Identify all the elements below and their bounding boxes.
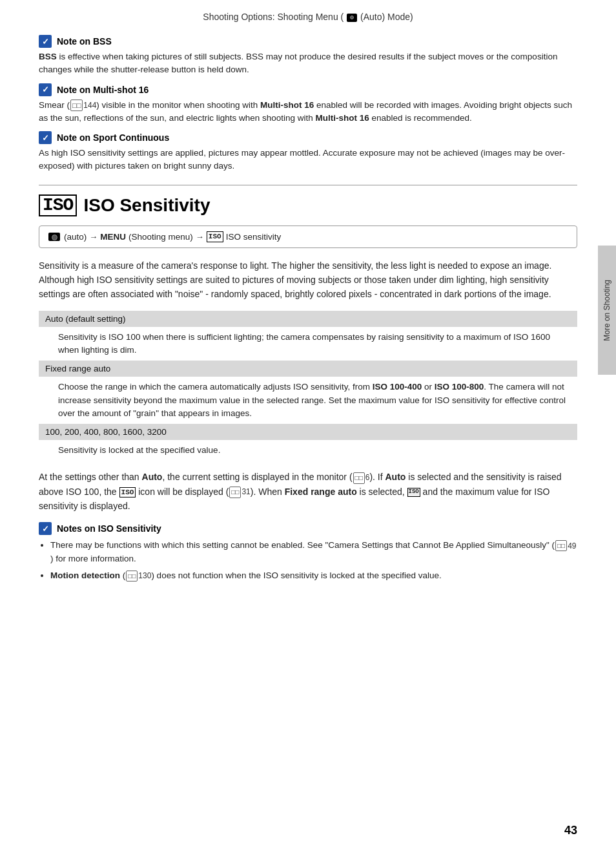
note-sport-header: Note on Sport Continuous: [39, 131, 577, 144]
note-bss-header: Note on BSS: [39, 35, 577, 48]
check-icon-sport: [39, 131, 52, 144]
setting-body-values: Sensitivity is locked at the specified v…: [39, 440, 577, 461]
check-icon-multishot: [39, 83, 52, 96]
setting-body-fixed: Choose the range in which the camera aut…: [39, 377, 577, 424]
note-bss-title: Note on BSS: [57, 36, 112, 47]
menu-path-part1: (auto): [64, 232, 87, 242]
notes-iso-title: Notes on ISO Sensitivity: [57, 523, 161, 534]
after-table-text: At the settings other than Auto, the cur…: [39, 470, 577, 513]
page-number: 43: [564, 824, 577, 837]
note-bss-body: BSS is effective when taking pictures of…: [39, 50, 577, 77]
notes-iso-list: There may be functions with which this s…: [39, 539, 577, 582]
header-title: Shooting Options: Shooting Menu ( (Auto)…: [203, 12, 413, 22]
table-row-auto-body: Sensitivity is ISO 100 when there is suf…: [39, 327, 577, 361]
note-sport-title: Note on Sport Continuous: [57, 132, 169, 143]
check-icon-iso-notes: [39, 522, 52, 535]
table-row-fixed-body: Choose the range in which the camera aut…: [39, 377, 577, 424]
note-multishot-body: Smear (□□ 144) visible in the monitor wh…: [39, 99, 577, 125]
iso-menu-label: ISO sensitivity: [226, 232, 282, 242]
iso-inline-icon: ISO: [119, 487, 136, 498]
iso-icon-large: ISO: [39, 194, 77, 217]
setting-body-auto: Sensitivity is ISO 100 when there is suf…: [39, 327, 577, 361]
list-item: There may be functions with which this s…: [50, 539, 577, 565]
settings-table: Auto (default setting) Sensitivity is IS…: [39, 311, 577, 461]
menu-path-label: (Shooting menu): [128, 232, 193, 242]
setting-header-values: 100, 200, 400, 800, 1600, 3200: [39, 424, 577, 440]
arrow1: →: [89, 232, 98, 242]
iso-small-icon: ISO: [407, 488, 420, 497]
list-item: Motion detection (□□ 130) does not funct…: [50, 569, 577, 582]
menu-path-box: (auto) → MENU (Shooting menu) → ISO ISO …: [39, 225, 577, 247]
note-sport: Note on Sport Continuous As high ISO sen…: [39, 131, 577, 173]
check-icon-bss: [39, 35, 52, 48]
table-row-values-body: Sensitivity is locked at the specified v…: [39, 440, 577, 461]
iso-body-text: Sensitivity is a measure of the camera's…: [39, 258, 577, 302]
iso-menu-icon: ISO: [207, 231, 223, 242]
table-row-fixed: Fixed range auto: [39, 361, 577, 377]
notes-iso-section: Notes on ISO Sensitivity There may be fu…: [39, 522, 577, 582]
camera-icon: [48, 233, 60, 241]
note-multishot: Note on Multi-shot 16 Smear (□□ 144) vis…: [39, 83, 577, 125]
note-multishot-header: Note on Multi-shot 16: [39, 83, 577, 96]
page-header: Shooting Options: Shooting Menu ( (Auto)…: [0, 0, 616, 28]
note-multishot-title: Note on Multi-shot 16: [57, 85, 149, 95]
page: Shooting Options: Shooting Menu ( (Auto)…: [0, 0, 616, 849]
table-row-values: 100, 200, 400, 800, 1600, 3200: [39, 424, 577, 440]
iso-section-heading: ISO Sensitivity: [83, 195, 210, 216]
table-row-auto: Auto (default setting): [39, 311, 577, 327]
menu-keyword: MENU: [100, 232, 126, 242]
setting-header-auto: Auto (default setting): [39, 311, 577, 327]
notes-iso-header: Notes on ISO Sensitivity: [39, 522, 577, 535]
section-divider: [39, 185, 577, 185]
arrow2: →: [196, 232, 204, 242]
setting-header-fixed: Fixed range auto: [39, 361, 577, 377]
main-content: Note on BSS BSS is effective when taking…: [0, 28, 616, 612]
iso-section-title-row: ISO ISO Sensitivity: [39, 194, 577, 217]
note-bss: Note on BSS BSS is effective when taking…: [39, 35, 577, 77]
note-sport-body: As high ISO sensitivity settings are app…: [39, 147, 577, 173]
camera-icon-wrapper: [48, 233, 61, 241]
